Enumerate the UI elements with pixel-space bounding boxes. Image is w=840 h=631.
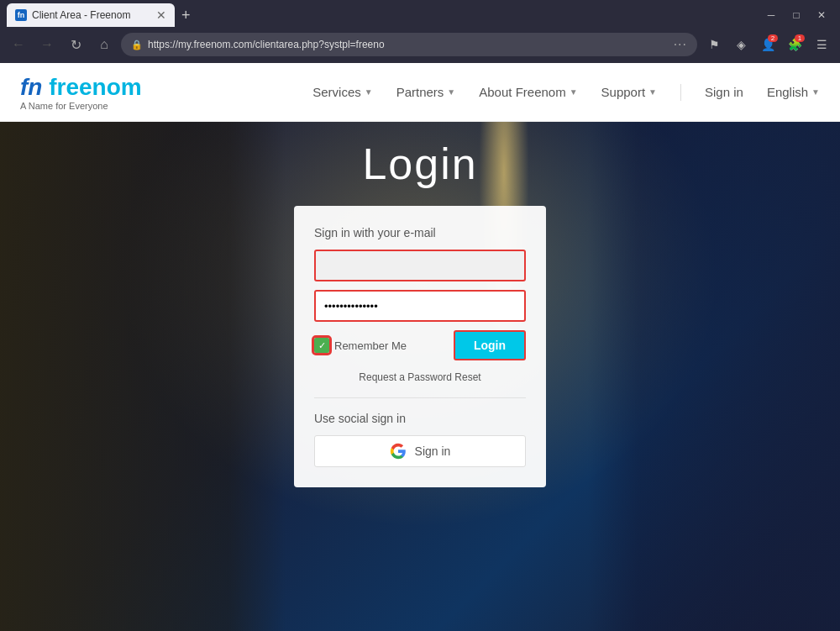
password-reset-link[interactable]: Request a Password Reset <box>359 371 480 383</box>
google-signin-label: Sign in <box>415 444 451 458</box>
new-tab-button[interactable]: + <box>181 7 191 24</box>
social-signin-title: Use social sign in <box>314 412 526 425</box>
restore-button[interactable]: □ <box>785 3 808 27</box>
nav-partners-label: Partners <box>396 85 444 99</box>
remember-me-checkbox[interactable]: ✓ <box>314 338 329 353</box>
extensions-icon[interactable]: 🧩 1 <box>783 33 806 56</box>
browser-titlebar: fn Client Area - Freenom ✕ + ─ □ ✕ <box>0 0 840 30</box>
site-nav: fn freenom A Name for Everyone Services … <box>0 63 840 122</box>
browser-tab[interactable]: fn Client Area - Freenom ✕ <box>7 3 175 27</box>
tab-favicon: fn <box>15 9 27 21</box>
nav-divider <box>680 84 681 101</box>
nav-signin-label: Sign in <box>705 85 743 99</box>
google-signin-button[interactable]: Sign in <box>314 435 526 467</box>
card-divider <box>314 397 526 398</box>
hero-section: Login Sign in with your e-mail ✓ Remembe… <box>0 122 840 631</box>
profile-icon[interactable]: 👤 2 <box>756 33 780 56</box>
minimize-button[interactable]: ─ <box>759 3 783 27</box>
support-chevron-icon: ▼ <box>648 87 657 97</box>
logo-tagline: A Name for Everyone <box>20 101 142 111</box>
page-title: Login <box>362 139 477 189</box>
tab-title: Client Area - Freenom <box>32 9 130 21</box>
site-wrapper: fn freenom A Name for Everyone Services … <box>0 63 840 631</box>
url-text: https://my.freenom.com/clientarea.php?sy… <box>148 39 385 50</box>
services-chevron-icon: ▼ <box>365 87 373 97</box>
nav-services-label: Services <box>312 85 361 99</box>
nav-partners[interactable]: Partners ▼ <box>396 85 456 99</box>
nav-language[interactable]: English ▼ <box>767 85 820 99</box>
forward-button[interactable]: → <box>35 33 59 56</box>
browser-addressbar: ← → ↻ ⌂ 🔒 https://my.freenom.com/clienta… <box>0 30 840 62</box>
close-button[interactable]: ✕ <box>810 3 833 27</box>
reload-button[interactable]: ↻ <box>64 33 87 56</box>
logo-fn: fn <box>20 74 42 100</box>
login-actions-row: ✓ Remember Me Login <box>314 330 526 360</box>
hero-content: Login Sign in with your e-mail ✓ Remembe… <box>0 122 840 487</box>
pocket-icon[interactable]: ◈ <box>729 33 753 56</box>
address-bar[interactable]: 🔒 https://my.freenom.com/clientarea.php?… <box>121 33 697 56</box>
email-input[interactable] <box>314 250 526 281</box>
nav-support[interactable]: Support ▼ <box>601 85 657 99</box>
email-section-title: Sign in with your e-mail <box>314 226 526 239</box>
home-button[interactable]: ⌂ <box>92 33 116 56</box>
tab-close-button[interactable]: ✕ <box>156 8 166 22</box>
nav-about-label: About Freenom <box>479 85 565 99</box>
remember-me-label[interactable]: ✓ Remember Me <box>314 338 407 353</box>
back-button[interactable]: ← <box>7 33 30 56</box>
nav-language-label: English <box>767 85 808 99</box>
partners-chevron-icon: ▼ <box>447 87 455 97</box>
login-button[interactable]: Login <box>454 330 526 360</box>
logo-area[interactable]: fn freenom A Name for Everyone <box>20 74 142 111</box>
google-icon <box>390 443 407 460</box>
about-chevron-icon: ▼ <box>570 87 578 97</box>
address-more-icon: ··· <box>674 37 687 52</box>
menu-icon[interactable]: ☰ <box>810 33 833 56</box>
bookmarks-icon[interactable]: ⚑ <box>702 33 726 56</box>
remember-me-text: Remember Me <box>334 339 407 352</box>
nav-support-label: Support <box>601 85 646 99</box>
security-lock-icon: 🔒 <box>131 39 143 50</box>
nav-signin[interactable]: Sign in <box>705 85 743 99</box>
logo: fn freenom <box>20 74 142 101</box>
language-chevron-icon: ▼ <box>811 87 820 97</box>
nav-links: Services ▼ Partners ▼ About Freenom ▼ Su… <box>312 84 820 101</box>
login-card: Sign in with your e-mail ✓ Remember Me L… <box>294 206 546 487</box>
browser-chrome: fn Client Area - Freenom ✕ + ─ □ ✕ ← → ↻… <box>0 0 840 63</box>
logo-freenom: freenom <box>42 74 141 100</box>
nav-services[interactable]: Services ▼ <box>312 85 372 99</box>
window-controls: ─ □ ✕ <box>759 3 833 27</box>
nav-about[interactable]: About Freenom ▼ <box>479 85 577 99</box>
password-input[interactable] <box>314 290 526 322</box>
toolbar-icons: ⚑ ◈ 👤 2 🧩 1 ☰ <box>702 33 833 56</box>
